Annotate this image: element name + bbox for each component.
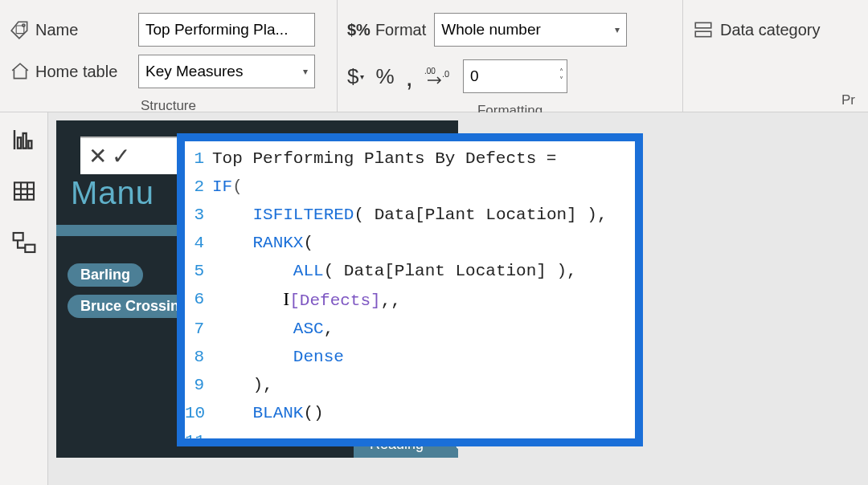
line-number: 8 xyxy=(185,343,212,371)
svg-rect-15 xyxy=(13,233,23,240)
code-line[interactable]: 4 RANKX( xyxy=(185,229,635,257)
group-label-structure: Structure xyxy=(10,98,327,114)
format-label-text: Format xyxy=(375,21,426,39)
home-table-select[interactable]: Key Measures ▾ xyxy=(138,55,315,88)
decimals-value: 0 xyxy=(470,67,479,85)
code-line[interactable]: 10 BLANK() xyxy=(185,399,635,427)
code-line[interactable]: 8 Dense xyxy=(185,343,635,371)
ribbon-group-properties: Data category Pr xyxy=(683,0,868,112)
chart-icon xyxy=(11,127,37,153)
cancel-button[interactable]: ✕ xyxy=(88,143,107,169)
format-icon: $% xyxy=(347,21,371,39)
code-line[interactable]: 11 xyxy=(185,427,635,446)
data-category-icon xyxy=(693,19,714,40)
line-number: 9 xyxy=(185,371,212,399)
line-number: 10 xyxy=(185,399,212,427)
decimal-button[interactable]: .00.0 xyxy=(424,66,452,87)
code-content[interactable]: ), xyxy=(212,371,273,399)
code-content[interactable]: BLANK() xyxy=(212,399,324,427)
svg-rect-8 xyxy=(23,133,26,149)
format-value: Whole number xyxy=(441,21,541,39)
percent-button[interactable]: % xyxy=(375,64,394,89)
home-table-label-text: Home table xyxy=(35,63,117,81)
line-number: 1 xyxy=(185,145,212,173)
chevron-down-icon: ▾ xyxy=(303,66,308,77)
line-number: 7 xyxy=(185,315,212,343)
line-number: 4 xyxy=(185,229,212,257)
svg-text:.0: .0 xyxy=(442,69,449,79)
svg-rect-4 xyxy=(695,31,711,36)
code-line[interactable]: 6 I[Defects],, xyxy=(185,285,635,315)
name-input-value: Top Performing Pla... xyxy=(145,21,288,39)
tag-icon xyxy=(10,19,31,40)
line-number: 3 xyxy=(185,201,212,229)
svg-rect-16 xyxy=(25,245,35,252)
model-view-button[interactable] xyxy=(11,230,37,255)
line-number: 5 xyxy=(185,257,212,285)
svg-text:.00: .00 xyxy=(424,67,436,75)
code-line[interactable]: 9 ), xyxy=(185,371,635,399)
code-content[interactable]: I[Defects],, xyxy=(212,285,401,315)
code-content[interactable]: ISFILTERED( Data[Plant Location] ), xyxy=(212,201,608,229)
code-content[interactable]: Dense xyxy=(212,343,344,371)
name-input[interactable]: Top Performing Pla... xyxy=(138,13,315,47)
code-content[interactable]: IF( xyxy=(212,173,243,201)
chevron-down-icon: ▾ xyxy=(360,72,364,81)
decimals-spinner[interactable]: 0 ˄˅ xyxy=(463,59,567,93)
comma-button[interactable]: , xyxy=(406,71,413,82)
currency-button[interactable]: $ ▾ xyxy=(347,64,364,89)
format-select[interactable]: Whole number ▾ xyxy=(434,13,627,47)
code-content[interactable]: Top Performing Plants By Defects = xyxy=(212,145,567,173)
model-icon xyxy=(11,230,37,255)
svg-rect-7 xyxy=(18,137,21,148)
line-number: 2 xyxy=(185,173,212,201)
line-number: 6 xyxy=(185,285,212,315)
chevron-down-icon: ▾ xyxy=(615,24,620,35)
group-label-properties: Pr xyxy=(693,92,858,108)
home-table-label: Home table xyxy=(10,61,138,82)
nav-rail xyxy=(0,112,48,485)
code-content[interactable]: RANKX( xyxy=(212,229,313,257)
ribbon: Name Top Performing Pla... Home table Ke… xyxy=(0,0,868,112)
svg-rect-9 xyxy=(28,141,31,148)
spinner-controls[interactable]: ˄˅ xyxy=(559,68,563,84)
report-view-button[interactable] xyxy=(11,127,37,153)
name-label-text: Name xyxy=(35,21,78,39)
name-label: Name xyxy=(10,19,138,40)
currency-symbol: $ xyxy=(347,64,358,89)
code-content[interactable]: ASC, xyxy=(212,315,334,343)
commit-button[interactable]: ✓ xyxy=(112,143,130,169)
dax-editor[interactable]: 1Top Performing Plants By Defects = 2IF(… xyxy=(177,133,643,446)
code-line[interactable]: 1Top Performing Plants By Defects = xyxy=(185,145,635,173)
code-line[interactable]: 3 ISFILTERED( Data[Plant Location] ), xyxy=(185,201,635,229)
data-category-label: Data category xyxy=(720,21,821,39)
ribbon-group-structure: Name Top Performing Pla... Home table Ke… xyxy=(0,0,338,112)
code-line[interactable]: 2IF( xyxy=(185,173,635,201)
data-view-button[interactable] xyxy=(11,178,37,204)
ribbon-group-formatting: $% Format Whole number ▾ $ ▾ % , .00.0 xyxy=(338,0,683,112)
home-table-value: Key Measures xyxy=(145,63,243,80)
code-content[interactable]: ALL( Data[Plant Location] ), xyxy=(212,257,577,285)
code-line[interactable]: 5 ALL( Data[Plant Location] ), xyxy=(185,257,635,285)
decimal-icon: .00.0 xyxy=(424,66,452,87)
format-label: $% Format xyxy=(347,21,426,39)
svg-rect-3 xyxy=(695,22,711,27)
code-line[interactable]: 7 ASC, xyxy=(185,315,635,343)
home-icon xyxy=(10,61,31,82)
line-number: 11 xyxy=(185,427,212,446)
table-icon xyxy=(11,178,37,204)
svg-rect-10 xyxy=(14,182,34,199)
filter-button[interactable]: Barling xyxy=(68,263,143,287)
